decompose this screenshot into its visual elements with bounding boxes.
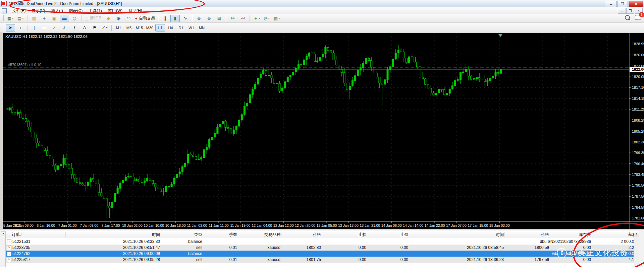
column-separator[interactable]	[161, 232, 161, 237]
period-button-h1[interactable]: H1	[155, 24, 165, 31]
column-header-4[interactable]: 交易品种	[239, 232, 280, 237]
auto-scroll-button[interactable]: ↦	[228, 15, 237, 22]
history-row-51224762[interactable]: ↓512247622021.10.26 09:00:09balance-1 70…	[6, 251, 639, 257]
price-tick-label: 1814.15	[632, 96, 644, 101]
column-separator[interactable]	[367, 232, 367, 237]
period-button-d1[interactable]: D1	[176, 24, 186, 31]
templates-dropdown-icon[interactable]: ▾	[278, 17, 280, 20]
column-separator[interactable]	[203, 232, 203, 237]
period-button-mn[interactable]: MN	[197, 24, 207, 31]
column-header-10[interactable]: 库存费	[551, 232, 591, 237]
period-button-m1[interactable]: M1	[114, 24, 123, 31]
new-chart-dropdown-icon[interactable]: ▾	[12, 17, 13, 20]
zoom-out-button[interactable]: ⊖	[204, 15, 214, 22]
zoom-in-button[interactable]: ⊕	[194, 15, 204, 22]
new-order-button[interactable]: ▢新订单	[84, 15, 103, 22]
menu-item-1[interactable]: 显示(V)	[29, 7, 48, 14]
toolbar-grip	[3, 25, 4, 31]
strategy-tester-button[interactable]: ◎	[70, 15, 79, 22]
periods-menu-button[interactable]: ◷▾	[262, 15, 271, 22]
period-button-w1[interactable]: W1	[186, 24, 196, 31]
vertical-line-button[interactable]: |	[30, 24, 39, 31]
candlestick-mode-button[interactable]: ▮	[170, 15, 180, 22]
column-header-9[interactable]: 价格	[505, 232, 549, 237]
menu-item-0[interactable]: 文件(F)	[9, 7, 29, 14]
terminal-scrollbar[interactable]: ▲	[634, 231, 639, 267]
column-header-8[interactable]: 时间	[410, 232, 504, 237]
close-button[interactable]: ×	[629, 1, 643, 7]
column-separator[interactable]	[238, 232, 238, 237]
period-button-m5[interactable]: M5	[124, 24, 134, 31]
menu-item-5[interactable]: 窗口(W)	[105, 7, 125, 14]
column-separator[interactable]	[409, 232, 409, 237]
tile-windows-button[interactable]: ⊞	[214, 15, 224, 22]
data-window-button[interactable]: ＋	[40, 15, 49, 22]
channel-button[interactable]: ⫽	[60, 24, 69, 31]
column-separator[interactable]	[65, 232, 66, 237]
market-button[interactable]: ◉	[114, 15, 123, 22]
autotrading-button[interactable]: ●自动交易	[134, 15, 156, 22]
column-separator[interactable]	[322, 232, 322, 237]
scroll-up-icon[interactable]: ▲	[634, 231, 639, 237]
crosshair-icon: ＋	[18, 25, 23, 31]
menu-item-4[interactable]: 工具(T)	[86, 7, 105, 14]
arrows-button[interactable]: ✓▾	[100, 24, 109, 31]
column-header-3[interactable]: 手数	[204, 232, 237, 237]
text-label-button[interactable]: ⚑	[90, 24, 99, 31]
period-button-h4[interactable]: H4	[166, 24, 175, 31]
periods-menu-dropdown-icon[interactable]: ▾	[268, 17, 270, 20]
search-icon[interactable]	[625, 15, 630, 20]
column-separator[interactable]	[592, 232, 592, 237]
column-header-7[interactable]: 止盈	[368, 232, 408, 237]
crosshair-button[interactable]: ＋	[16, 24, 25, 31]
chart-shift-button[interactable]: ↤	[238, 15, 248, 22]
period-button-m15[interactable]: M15	[135, 24, 144, 31]
chart-restore-button[interactable]: ❐	[626, 8, 634, 14]
indicators-dropdown-icon[interactable]: ▾	[259, 17, 260, 20]
column-header-5[interactable]: 价格	[282, 232, 321, 237]
menu-item-2[interactable]: 插入(I)	[48, 7, 66, 14]
history-row-51221531[interactable]: ↑512215312021.10.26 08:33:30balance2 000…	[6, 239, 639, 245]
market-watch-button[interactable]: ▥	[30, 15, 39, 22]
column-header-1[interactable]: 时间	[66, 232, 160, 237]
column-header-11[interactable]: 获利	[593, 232, 636, 237]
candlestick-chart[interactable]: 1828.951826.001823.001820.051817.101814.…	[3, 33, 644, 229]
arrows-dropdown-icon[interactable]: ▾	[106, 26, 107, 29]
horizontal-line-button[interactable]: —	[40, 24, 49, 31]
menu-item-6[interactable]: 帮助(H)	[125, 7, 145, 14]
period-button-m30[interactable]: M30	[145, 24, 155, 31]
indicators-button[interactable]: ＋▾	[252, 15, 261, 22]
column-header-6[interactable]: 止损	[323, 232, 366, 237]
navigator-button[interactable]: ▣	[50, 15, 59, 22]
toolbar-separator	[250, 15, 250, 21]
column-separator[interactable]	[281, 232, 281, 237]
chart-minimize-button[interactable]: –	[618, 8, 626, 14]
history-row-51223735[interactable]: ✎512237352021.10.26 08:51:47sell0.01xauu…	[6, 245, 639, 251]
column-header-0[interactable]: 订单 ∕	[12, 232, 21, 237]
text-button[interactable]: A	[80, 24, 89, 31]
profiles-dropdown-icon[interactable]: ▾	[22, 17, 23, 20]
trendline-button[interactable]: ∕	[50, 24, 59, 31]
terminal-button[interactable]: ▬	[60, 15, 69, 22]
restore-button[interactable]: ❐	[617, 1, 628, 7]
column-separator[interactable]	[504, 232, 505, 237]
menu-item-3[interactable]: 图表(C)	[66, 7, 86, 14]
chart-shift-marker[interactable]	[498, 34, 503, 37]
minimize-button[interactable]: –	[606, 1, 616, 7]
deposit-icon: ↑	[7, 240, 11, 244]
profiles-button[interactable]: ▤▾	[16, 15, 25, 22]
bar-chart-mode-icon: ∥	[164, 16, 166, 21]
history-row-51225317[interactable]: ✎512253172021.10.26 09:05:28sell0.01xauu…	[6, 257, 639, 263]
chart-area[interactable]: 1828.951826.001823.001820.051817.101814.…	[3, 33, 644, 229]
line-chart-mode-button[interactable]: ∿	[180, 15, 190, 22]
fibonacci-button[interactable]: ƒ	[70, 24, 79, 31]
cell-swap: 0.00	[551, 257, 591, 262]
cursor-button[interactable]: ➤	[6, 24, 15, 31]
signals-button[interactable]: ◠	[124, 15, 133, 22]
templates-button[interactable]: ▨▾	[272, 15, 281, 22]
column-header-2[interactable]: 类型	[162, 232, 202, 237]
new-chart-button[interactable]: ▦▾	[6, 15, 15, 22]
metaeditor-button[interactable]: ◆	[104, 15, 113, 22]
column-separator[interactable]	[550, 232, 550, 237]
bar-chart-mode-button[interactable]: ∥	[160, 15, 170, 22]
